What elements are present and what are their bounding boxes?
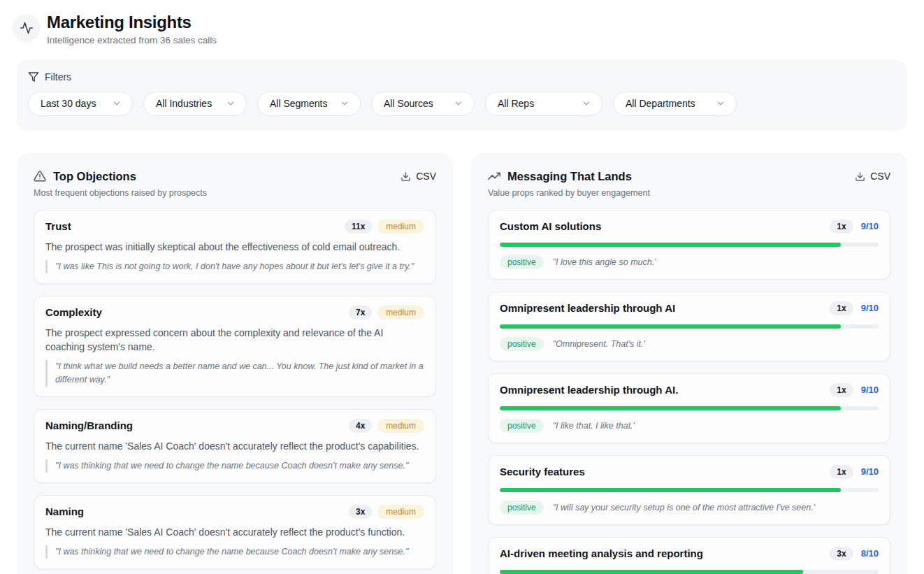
panel-subtitle-objections: Most frequent objections raised by prosp…	[34, 188, 436, 198]
message-title: Omnipresent leadership through AI	[500, 302, 830, 314]
chevron-down-icon	[340, 99, 349, 108]
message-score: 9/10	[861, 303, 879, 313]
message-score: 9/10	[861, 466, 879, 477]
filter-dropdown-reps[interactable]: All Reps	[485, 92, 602, 116]
message-count-badge: 3x	[830, 547, 853, 561]
sentiment-badge: positive	[500, 255, 544, 269]
filter-dropdown-sources[interactable]: All Sources	[371, 92, 475, 116]
message-title: Omnipresent leadership through AI.	[500, 384, 830, 396]
message-quote: "I love this angle so much.'	[553, 257, 656, 267]
chevron-down-icon	[716, 99, 726, 108]
chevron-down-icon	[226, 99, 236, 108]
objection-severity-badge: medium	[377, 419, 424, 433]
message-card: AI-driven meeting analysis and reporting…	[488, 537, 890, 574]
messaging-export-csv-button[interactable]: CSV	[855, 171, 890, 182]
messaging-panel: Messaging That Lands CSV Value props ran…	[471, 153, 907, 574]
trending-up-icon	[488, 170, 500, 182]
message-score: 9/10	[861, 385, 879, 395]
objections-export-csv-button[interactable]: CSV	[400, 171, 436, 182]
filter-value: All Segments	[270, 98, 327, 109]
filter-dropdown-industries[interactable]: All Industries	[143, 92, 247, 116]
objection-title: Naming	[45, 505, 349, 517]
filters-label: Filters	[45, 71, 71, 82]
engagement-bar	[500, 488, 879, 492]
message-title: Security features	[500, 466, 830, 478]
page-title: Marketing Insights	[47, 13, 217, 32]
objection-severity-badge: medium	[377, 220, 424, 234]
objection-title: Naming/Branding	[45, 419, 349, 431]
activity-icon	[13, 14, 41, 42]
page-subtitle: Intelligence extracted from 36 sales cal…	[47, 35, 217, 45]
engagement-bar	[500, 324, 879, 329]
panel-title-messaging: Messaging That Lands	[507, 170, 632, 183]
filter-dropdown-date-range[interactable]: Last 30 days	[28, 92, 133, 116]
objection-title: Complexity	[45, 306, 349, 318]
filter-value: All Industries	[156, 98, 212, 109]
filters-panel: Filters Last 30 days All Industries All …	[17, 59, 907, 131]
message-score: 9/10	[861, 221, 879, 231]
message-quote: "I like that. I like that.'	[553, 421, 635, 431]
message-count-badge: 1x	[830, 301, 853, 315]
message-score: 8/10	[861, 548, 879, 559]
objection-description: The prospect expressed concern about the…	[45, 326, 424, 354]
message-card: Custom AI solutions 1x 9/10 positive "I …	[488, 210, 890, 280]
objection-description: The current name 'Sales AI Coach' doesn'…	[45, 525, 424, 539]
objection-quote: "I was thinking that we need to change t…	[45, 545, 424, 559]
download-icon	[400, 171, 411, 182]
filter-dropdown-segments[interactable]: All Segments	[257, 92, 361, 116]
csv-label: CSV	[870, 171, 890, 182]
warning-triangle-icon	[34, 170, 46, 182]
panel-title-objections: Top Objections	[53, 170, 136, 183]
objection-severity-badge: medium	[377, 505, 424, 519]
download-icon	[855, 171, 865, 182]
chevron-down-icon	[112, 99, 122, 108]
message-quote: "I will say your security setup is one o…	[553, 503, 815, 512]
message-quote: "Omnipresent. That's it.'	[553, 339, 645, 349]
objection-count-badge: 4x	[349, 419, 372, 433]
sentiment-badge: positive	[500, 419, 544, 433]
message-count-badge: 1x	[830, 220, 853, 234]
engagement-bar	[500, 570, 879, 574]
filter-value: Last 30 days	[41, 98, 96, 109]
filter-funnel-icon	[28, 71, 39, 82]
panel-subtitle-messaging: Value props ranked by buyer engagement	[488, 188, 890, 198]
objection-count-badge: 3x	[349, 505, 372, 519]
top-objections-panel: Top Objections CSV Most frequent objecti…	[17, 153, 453, 574]
filter-dropdown-departments[interactable]: All Departments	[613, 92, 737, 116]
filter-value: All Sources	[384, 98, 433, 109]
objection-count-badge: 11x	[345, 220, 372, 234]
objection-quote: "I was like This is not going to work, I…	[45, 260, 424, 273]
message-card: Omnipresent leadership through AI. 1x 9/…	[488, 373, 890, 443]
message-title: AI-driven meeting analysis and reporting	[500, 547, 830, 559]
objection-card: Complexity 7x medium The prospect expres…	[34, 296, 436, 397]
objection-card: Trust 11x medium The prospect was initia…	[34, 210, 436, 284]
engagement-bar	[500, 406, 879, 410]
objection-description: The prospect was initially skeptical abo…	[45, 240, 424, 254]
objection-count-badge: 7x	[349, 306, 372, 320]
objection-card: Naming 3x medium The current name 'Sales…	[34, 495, 436, 569]
objection-quote: "I was thinking that we need to change t…	[45, 459, 424, 473]
filter-value: All Departments	[626, 98, 695, 109]
page-header: Marketing Insights Intelligence extracte…	[0, 0, 924, 45]
sentiment-badge: positive	[500, 501, 544, 515]
sentiment-badge: positive	[500, 337, 544, 351]
message-count-badge: 1x	[830, 465, 853, 479]
message-title: Custom AI solutions	[500, 220, 830, 232]
csv-label: CSV	[416, 171, 436, 182]
objection-card: Naming/Branding 4x medium The current na…	[34, 409, 436, 483]
filter-value: All Reps	[498, 98, 534, 109]
objection-description: The current name 'Sales AI Coach' doesn'…	[45, 439, 424, 453]
objection-severity-badge: medium	[377, 306, 424, 320]
message-card: Security features 1x 9/10 positive "I wi…	[488, 455, 890, 525]
message-count-badge: 1x	[830, 383, 853, 397]
engagement-bar	[500, 243, 879, 247]
objection-quote: "I think what we build needs a better na…	[45, 360, 424, 387]
chevron-down-icon	[582, 99, 591, 108]
objection-title: Trust	[45, 220, 345, 232]
chevron-down-icon	[454, 99, 463, 108]
message-card: Omnipresent leadership through AI 1x 9/1…	[488, 292, 890, 361]
